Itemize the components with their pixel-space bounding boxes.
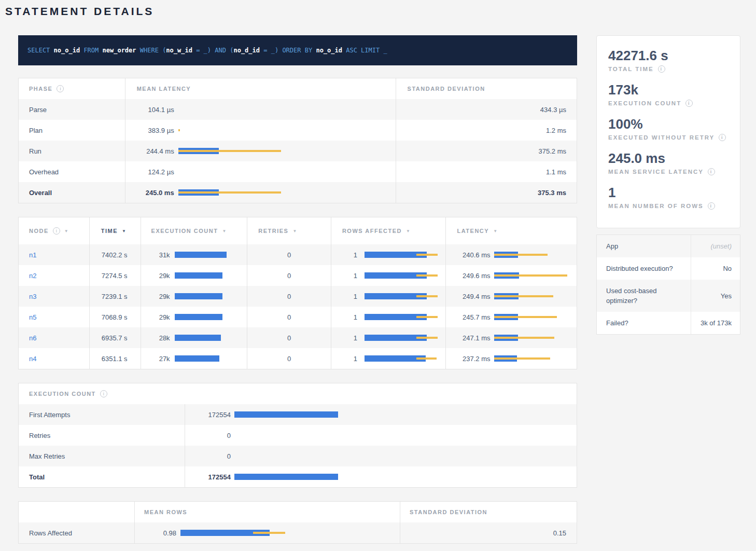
phase-label: Overall (29, 189, 52, 197)
time-cell: 7239.1 s (89, 286, 141, 307)
sort-arrow-icon[interactable]: ▼ (122, 229, 126, 233)
node-header-cell[interactable]: NODE i ▼ (19, 217, 89, 244)
execution-count-row: First Attempts172554 (19, 404, 577, 425)
stddev-value: 375.2 ms (539, 147, 566, 155)
mean-rows-value: 0.98 (139, 529, 176, 537)
rows-affected-cell: 1 (331, 348, 446, 369)
stddev-cell: 375.3 ms (396, 182, 577, 203)
info-icon[interactable]: i (719, 134, 726, 141)
time-value: 7274.5 s (102, 272, 128, 280)
bar-chart (494, 313, 573, 321)
details-row: App(unset) (597, 235, 740, 257)
info-icon[interactable]: i (708, 168, 715, 175)
mean-rows-cell: 0.98 (134, 522, 400, 543)
stddev-line (494, 337, 554, 339)
stat-label: MEAN NUMBER OF ROWSi (608, 202, 730, 210)
info-icon[interactable]: i (100, 390, 107, 397)
row-label: Retries (29, 432, 50, 439)
latency-header-cell[interactable]: LATENCY ▼ (445, 217, 577, 244)
stddev-line (494, 357, 550, 360)
stat-label: EXECUTED WITHOUT RETRYi (608, 134, 730, 141)
value-cell: 172554 (185, 404, 577, 425)
execution-count-value: 27k (145, 355, 170, 363)
phase-cell: Plan (19, 120, 125, 141)
stat-value: 42271.6 s (608, 47, 730, 64)
stat-label: MEAN SERVICE LATENCYi (608, 168, 730, 175)
bar-chart (494, 293, 573, 300)
sort-arrow-icon[interactable]: ▼ (493, 229, 497, 233)
node-link[interactable]: n5 (29, 313, 36, 321)
sql-token: _ (383, 47, 387, 54)
info-icon[interactable]: i (57, 85, 64, 92)
latency-value: 247.1 ms (450, 334, 490, 342)
stddev-value: 434.3 µs (540, 106, 566, 114)
bar-chart (365, 334, 443, 341)
row-label: First Attempts (29, 411, 70, 419)
count-value: 172554 (189, 411, 231, 419)
mean-bar (175, 252, 227, 258)
statement-details-card: App(unset)Distributed execution?NoUsed c… (596, 235, 740, 335)
node-link[interactable]: n2 (29, 272, 36, 280)
details-value: Yes (691, 285, 740, 307)
phase-label: Parse (29, 106, 47, 114)
bar-chart (234, 473, 577, 480)
latency-value: 237.2 ms (450, 355, 490, 363)
latency-cell: 247.1 ms (445, 327, 577, 348)
execution-count-header-cell[interactable]: EXECUTION COUNT ▼ (141, 217, 247, 244)
stddev-line (178, 129, 180, 131)
retries-value: 0 (287, 313, 291, 321)
stddev-cell: 1.1 ms (396, 161, 577, 182)
rows-affected-value: 1 (335, 251, 357, 259)
rows-affected-value: 1 (335, 313, 357, 321)
phase-label: Overhead (29, 168, 59, 176)
bar-chart (365, 313, 443, 321)
bar-chart (365, 355, 443, 362)
bar-chart (175, 334, 244, 341)
sort-arrow-icon[interactable]: ▼ (222, 229, 226, 233)
sql-statement-text: SELECT no_o_id FROM new_order WHERE (no_… (27, 47, 387, 54)
label-cell: Total (19, 466, 185, 487)
bar-chart (494, 334, 573, 341)
node-cell: n5 (19, 307, 89, 327)
execution-count-cell: 29k (141, 265, 247, 286)
node-row: n57068.9 s29k01245.7 ms (19, 307, 577, 327)
node-link[interactable]: n6 (29, 334, 36, 342)
label-cell: Retries (19, 425, 185, 446)
stddev-line (416, 254, 438, 256)
execution-count-value: 28k (145, 334, 170, 342)
stddev-header-label: STANDARD DEVIATION (410, 509, 487, 515)
statement-details-page: STATEMENT DETAILS SELECT no_o_id FROM ne… (0, 0, 756, 544)
node-row: n27274.5 s29k01249.6 ms (19, 265, 577, 286)
phase-row: Run244.4 ms375.2 ms (19, 141, 577, 161)
stddev-cell: 0.15 (400, 522, 577, 543)
node-link[interactable]: n4 (29, 355, 36, 363)
phase-row: Parse104.1 µs434.3 µs (19, 99, 577, 120)
phase-cell: Overall (19, 182, 125, 203)
node-table-header: NODE i ▼ TIME ▼ EXECUTION COUNT ▼ RETRIE… (19, 217, 577, 244)
retries-cell: 0 (247, 244, 331, 265)
info-icon[interactable]: i (658, 65, 665, 73)
rows-affected-cell: 1 (331, 307, 446, 327)
latency-cell: 249.6 ms (445, 265, 577, 286)
retries-cell: 0 (247, 348, 331, 369)
execution-count-value: 29k (145, 272, 170, 280)
stddev-header-cell: STANDARD DEVIATION (396, 78, 577, 99)
phase-cell: Parse (19, 99, 125, 120)
sql-token: = _) (260, 47, 282, 54)
sql-token: no_d_id (233, 47, 260, 54)
node-link[interactable]: n1 (29, 251, 36, 259)
info-icon[interactable]: i (685, 100, 693, 107)
time-header-cell[interactable]: TIME ▼ (89, 217, 141, 244)
mean-latency-cell: 245.0 ms (125, 182, 396, 203)
sort-arrow-icon[interactable]: ▼ (64, 229, 68, 233)
retries-header-cell[interactable]: RETRIES ▼ (247, 217, 331, 244)
info-icon[interactable]: i (53, 227, 60, 235)
execution-count-cell: 28k (141, 327, 247, 348)
sort-arrow-icon[interactable]: ▼ (292, 229, 297, 233)
info-icon[interactable]: i (708, 202, 715, 210)
rows-affected-header-cell[interactable]: ROWS AFFECTED ▼ (331, 217, 446, 244)
node-link[interactable]: n3 (29, 293, 36, 300)
execution-count-value: 31k (145, 251, 170, 259)
sort-arrow-icon[interactable]: ▼ (406, 229, 410, 233)
sql-token: no_w_id (166, 47, 192, 54)
